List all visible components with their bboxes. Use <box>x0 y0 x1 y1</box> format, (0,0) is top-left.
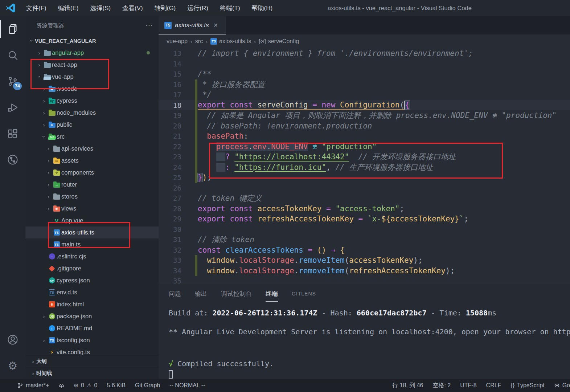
code-line-17[interactable]: 17 */ <box>159 90 570 100</box>
tree-item-router[interactable]: ›→router <box>25 179 159 191</box>
status-language[interactable]: {}TypeScript <box>510 382 544 389</box>
status-go-live[interactable]: Go <box>554 382 570 389</box>
code-line-20[interactable]: 20 // basePath: !environment.production <box>159 121 570 131</box>
status-encoding[interactable]: UTF-8 <box>460 382 476 389</box>
panel-tab-调试控制台[interactable]: 调试控制台 <box>221 287 252 300</box>
tree-item-api-services[interactable]: ›api-services <box>25 143 159 155</box>
line-number: 19 <box>159 111 181 119</box>
tree-item-angular-app[interactable]: ›angular-app <box>25 47 159 59</box>
tree-item-public[interactable]: ›⊕public <box>25 119 159 131</box>
status-publish-changes[interactable] <box>58 383 64 388</box>
tree-item-README.md[interactable]: iREADME.md <box>25 322 159 334</box>
tab-axios-utils[interactable]: TS axios-utils.ts × <box>159 16 226 34</box>
status-git-graph[interactable]: Git Graph <box>135 382 160 389</box>
tree-item-views[interactable]: ›◉views <box>25 203 159 215</box>
tree-item-label: package.json <box>57 313 92 320</box>
more-actions-icon[interactable]: ⋯ <box>145 21 153 30</box>
explorer-icon[interactable] <box>0 16 25 42</box>
account-icon[interactable] <box>0 327 25 353</box>
editor-group: TS axios-utils.ts × vue-app›src›TSaxios-… <box>159 16 570 379</box>
panel-tab-终端[interactable]: 终端 <box>266 287 278 300</box>
tree-item-axios-utils.ts[interactable]: TSaxios-utils.ts <box>25 226 159 238</box>
code-line-18[interactable]: 18export const serveConfig = new Configu… <box>159 100 570 111</box>
code-line-22[interactable]: 22 process.env.NODE_ENV ≢ "production" <box>159 142 570 152</box>
menu-0[interactable]: 文件(F) <box>21 2 52 14</box>
close-tab-icon[interactable]: × <box>214 21 218 29</box>
tree-item-tsconfig.json[interactable]: ›TStsconfig.json <box>25 334 159 346</box>
tree-item-index.html[interactable]: 5index.html <box>25 298 159 310</box>
status-eol[interactable]: CRLF <box>486 382 501 389</box>
chevron-icon: › <box>41 98 47 104</box>
tree-item-node_modules[interactable]: ›node_modules <box>25 107 159 119</box>
workspace-root-folder[interactable]: › VUE_REACT_ANGULAR <box>25 35 159 47</box>
code-line-32[interactable]: 32const clearAccessTokens = () ⇒ { <box>159 245 570 256</box>
breadcrumb-serveConfig[interactable]: [⊘]serveConfig <box>259 38 299 45</box>
code-line-24[interactable]: 24 : "https://furion.icu", // 生产环境服务器接口地… <box>159 162 570 173</box>
code-line-25[interactable]: 25}); <box>159 172 570 183</box>
tree-item-main.ts[interactable]: TSmain.ts <box>25 238 159 250</box>
code-line-26[interactable]: 26 <box>159 183 570 193</box>
tree-item-.eslintrc.cjs[interactable]: ◦.eslintrc.cjs <box>25 250 159 262</box>
panel-tab-GITLENS[interactable]: GITLENS <box>292 289 316 299</box>
menu-6[interactable]: 终端(T) <box>215 2 245 14</box>
git-graph-icon[interactable] <box>0 147 25 173</box>
panel-tab-输出[interactable]: 输出 <box>195 287 207 300</box>
code-line-28[interactable]: 28export const accessTokenKey = "access-… <box>159 204 570 214</box>
git-modified-gutter <box>195 266 197 276</box>
code-line-27[interactable]: 27// token 键定义 <box>159 193 570 204</box>
search-icon[interactable] <box>0 42 25 68</box>
typescript-file-icon: TS <box>164 22 172 29</box>
tree-item-assets[interactable]: ›▤assets <box>25 155 159 167</box>
status-vim-mode[interactable]: -- NORMAL -- <box>169 382 205 389</box>
status-indentation[interactable]: 空格: 2 <box>432 382 451 389</box>
source-control-icon[interactable]: 74 <box>0 68 25 94</box>
status-problems[interactable]: ⊗0⚠0 <box>74 382 97 389</box>
menu-4[interactable]: 转到(G) <box>149 2 181 14</box>
code-line-19[interactable]: 19 // 如果是 Angular 项目，则取消下面注释，并删除 process… <box>159 110 570 121</box>
code-line-15[interactable]: 15/** <box>159 69 570 79</box>
code-line-33[interactable]: 33 window.localStorage.removeItem(access… <box>159 255 570 266</box>
tree-item-cypress[interactable]: ›cycypress <box>25 95 159 107</box>
panel-tab-问题[interactable]: 问题 <box>169 287 181 300</box>
tree-item-stores[interactable]: ›stores <box>25 191 159 203</box>
code-line-16[interactable]: 16 * 接口服务器配置 <box>159 79 570 90</box>
tree-item-cypress.json[interactable]: cycypress.json <box>25 274 159 286</box>
status-git-branch[interactable]: master*+ <box>17 382 49 389</box>
terminal-output[interactable]: Build at: 2022-06-26T12:31:36.174Z - Has… <box>159 303 570 379</box>
code-line-21[interactable]: 21 basePath: <box>159 131 570 142</box>
breadcrumb-vue-app[interactable]: vue-app <box>167 38 188 45</box>
tree-item-vite.config.ts[interactable]: ⚡vite.config.ts <box>25 346 159 355</box>
status-cursor-position[interactable]: 行 18, 列 46 <box>392 382 423 389</box>
tree-item-env.d.ts[interactable]: TSenv.d.ts <box>25 286 159 298</box>
tree-item-vue-app[interactable]: ›vue-app <box>25 71 159 83</box>
code-line-13[interactable]: 13// import { environment } from './envi… <box>159 48 570 59</box>
sidebar-section-1[interactable]: ›时间线 <box>25 367 159 379</box>
code-editor[interactable]: 13// import { environment } from './envi… <box>159 48 570 284</box>
code-line-14[interactable]: 14 <box>159 59 570 69</box>
code-line-35[interactable]: 35 <box>159 276 570 284</box>
code-line-34[interactable]: 34 window.localStorage.removeItem(refres… <box>159 266 570 276</box>
status-file-size[interactable]: 5.6 KiB <box>107 382 126 389</box>
tree-item-.gitignore[interactable]: .gitignore <box>25 262 159 274</box>
run-debug-icon[interactable] <box>0 94 25 121</box>
menu-7[interactable]: 帮助(H) <box>247 2 278 14</box>
tree-item-package.json[interactable]: ›JSpackage.json <box>25 310 159 322</box>
code-line-30[interactable]: 30 <box>159 224 570 235</box>
menu-5[interactable]: 运行(R) <box>182 2 213 14</box>
menu-2[interactable]: 选择(S) <box>85 2 116 14</box>
tree-item-src[interactable]: ›</>src <box>25 131 159 143</box>
code-line-29[interactable]: 29export const refreshAccessTokenKey = `… <box>159 214 570 224</box>
tree-item-App.vue[interactable]: VApp.vue <box>25 215 159 226</box>
sidebar-section-0[interactable]: ›大纲 <box>25 355 159 367</box>
breadcrumb-src[interactable]: src <box>195 38 203 45</box>
settings-icon[interactable]: ⚙ <box>0 353 25 379</box>
extensions-icon[interactable] <box>0 121 25 147</box>
code-line-23[interactable]: 23 ? "https://localhost:44342" // 开发环境服务… <box>159 152 570 162</box>
menu-3[interactable]: 查看(V) <box>117 2 148 14</box>
breadcrumb-axios-utils.ts[interactable]: TSaxios-utils.ts <box>210 38 251 45</box>
tree-item-react-app[interactable]: ›react-app <box>25 59 159 71</box>
code-line-31[interactable]: 31// 清除 token <box>159 234 570 245</box>
tree-item-.vscode[interactable]: ›⧉.vscode <box>25 83 159 95</box>
menu-1[interactable]: 编辑(E) <box>53 2 84 14</box>
tree-item-components[interactable]: ›❖components <box>25 167 159 179</box>
